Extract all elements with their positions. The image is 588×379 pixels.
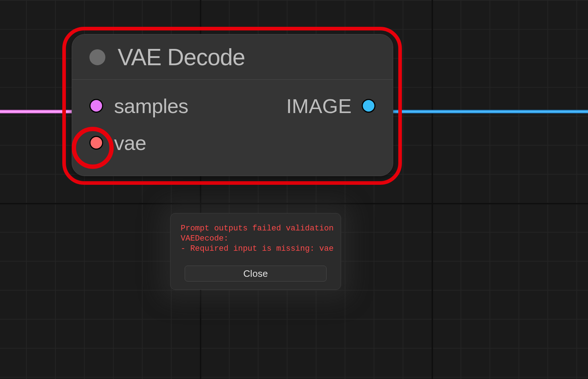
close-button[interactable]: Close xyxy=(185,266,327,282)
io-row-vae: vae xyxy=(89,127,375,159)
input-port-samples[interactable] xyxy=(89,99,103,113)
node-header[interactable]: VAE Decode xyxy=(72,34,393,80)
wire-image-out[interactable] xyxy=(384,110,588,113)
input-label-vae: vae xyxy=(114,131,146,155)
input-label-samples: samples xyxy=(114,94,188,118)
node-title: VAE Decode xyxy=(118,44,245,71)
wire-samples-in[interactable] xyxy=(0,110,80,113)
input-port-vae[interactable] xyxy=(89,136,103,150)
node-vae-decode[interactable]: VAE Decode samples IMAGE vae xyxy=(72,34,393,176)
io-row-samples: samples IMAGE xyxy=(89,90,375,122)
node-status-dot-icon xyxy=(89,49,105,65)
error-dialog: Prompt outputs failed validation VAEDeco… xyxy=(170,213,341,290)
output-label-image: IMAGE xyxy=(286,94,352,118)
node-body: samples IMAGE vae xyxy=(72,80,393,169)
error-message: Prompt outputs failed validation VAEDeco… xyxy=(181,224,331,254)
output-port-image[interactable] xyxy=(362,99,375,113)
